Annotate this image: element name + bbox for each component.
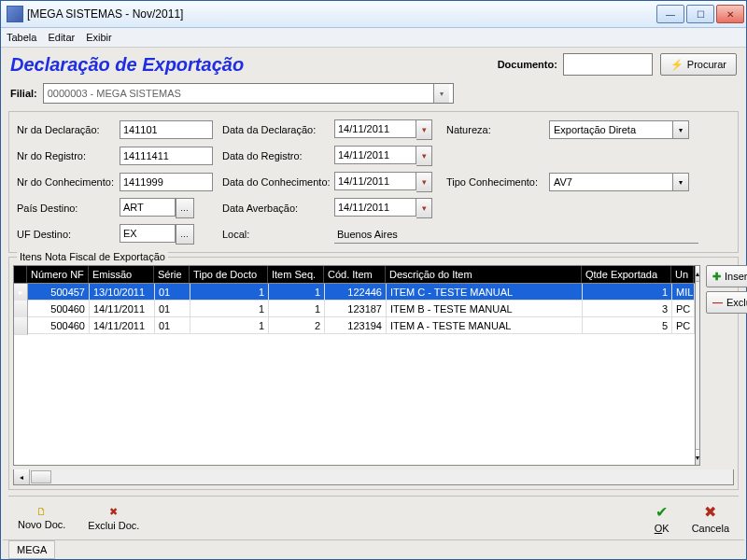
page-title: Declaração de Exportação [10,54,498,76]
pais-destino-label: País Destino: [17,203,120,214]
nr-conhecimento-label: Nr do Conhecimento: [17,176,120,188]
tipo-conhecimento-label: Tipo Conhecimento: [446,176,549,188]
nr-registro-input[interactable]: 14111411 [120,147,213,165]
local-input[interactable]: Buenos Aires [334,225,698,244]
scroll-up-icon[interactable]: ▴ [696,266,699,282]
col-cod-item[interactable]: Cód. Item [324,266,386,283]
lightning-icon: ⚡ [670,59,684,71]
check-icon: ✔ [655,503,668,521]
items-grid[interactable]: Número NF Emissão Série Tipo de Docto It… [13,265,696,466]
col-descricao[interactable]: Descrição do Item [386,266,582,283]
filial-label: Filial: [10,88,37,99]
col-un[interactable]: Un [671,266,694,283]
scrollbar-thumb[interactable] [31,470,51,483]
row-indicator [14,301,28,318]
exclui-doc-button[interactable]: ✖ Exclui Doc. [88,506,139,531]
col-tipo-docto[interactable]: Tipo de Docto [190,266,268,283]
main-window: [MEGA SISTEMAS - Nov/2011] — ☐ ✕ Tabela … [0,0,747,560]
data-registro-label: Data do Registro: [222,150,334,161]
table-row[interactable]: ▸50045713/10/20110111122446ITEM C - TEST… [14,284,695,301]
grid-group-label: Itens Nota Fiscal de Exportação [17,251,168,262]
data-declaracao-input[interactable]: 14/11/2011 [334,119,416,138]
pais-destino-input[interactable]: ART [120,198,176,217]
natureza-combo[interactable]: Exportação Direta▾ [549,120,689,139]
data-registro-input[interactable]: 14/11/2011 [334,146,416,164]
col-numero-nf[interactable]: Número NF [27,266,89,283]
grid-body[interactable]: ▸50045713/10/20110111122446ITEM C - TEST… [14,284,695,465]
documento-label: Documento: [498,59,557,70]
calendar-icon[interactable]: ▾ [416,119,432,140]
chevron-down-icon: ▾ [672,174,688,190]
scroll-down-icon[interactable]: ▾ [696,449,699,465]
menu-tabela[interactable]: Tabela [7,32,36,43]
calendar-icon[interactable]: ▾ [416,198,432,218]
excluir-button[interactable]: —Excluir [706,291,747,314]
natureza-label: Natureza: [446,124,549,135]
table-row[interactable]: 50046014/11/20110111123187ITEM B - TESTE… [14,301,695,317]
tipo-conhecimento-combo[interactable]: AV7▾ [549,173,689,191]
col-emissao[interactable]: Emissão [89,266,154,283]
x-icon: ✖ [704,503,716,521]
lookup-button[interactable]: … [176,224,194,245]
col-item-seq[interactable]: Item Seq. [268,266,324,283]
header-row: Declaração de Exportação Documento: ⚡ Pr… [3,48,744,81]
minus-icon: — [712,297,723,308]
close-button[interactable]: ✕ [716,5,744,23]
footer-toolbar: 🗋 Novo Doc. ✖ Exclui Doc. ✔ OK ✖ Cancela [8,496,739,539]
col-qtde-exportada[interactable]: Qtde Exportada [582,266,671,283]
cancela-button[interactable]: ✖ Cancela [692,503,729,534]
nr-declaracao-input[interactable]: 141101 [120,120,213,139]
grid-group: Itens Nota Fiscal de Exportação Número N… [8,257,739,490]
delete-doc-icon: ✖ [109,506,118,518]
data-conhecimento-label: Data do Conhecimento: [222,176,334,188]
table-row[interactable]: 50046014/11/20110112123194ITEM A - TESTE… [14,317,695,334]
novo-doc-button[interactable]: 🗋 Novo Doc. [18,506,65,530]
plus-icon: ✚ [712,271,721,283]
row-indicator [14,317,28,335]
chevron-down-icon: ▾ [672,121,688,138]
data-conhecimento-input[interactable]: 14/11/2011 [334,172,416,190]
nr-declaracao-label: Nr da Declaração: [17,124,120,135]
procurar-label: Procurar [687,59,726,70]
lookup-button[interactable]: … [176,198,194,218]
nr-conhecimento-input[interactable]: 1411999 [120,173,213,191]
calendar-icon[interactable]: ▾ [416,172,432,192]
window-title: [MEGA SISTEMAS - Nov/2011] [27,7,656,21]
uf-destino-input[interactable]: EX [120,224,176,243]
vertical-scrollbar[interactable]: ▴ ▾ [696,265,700,466]
horizontal-scrollbar[interactable]: ◂ [13,469,734,485]
data-declaracao-label: Data da Declaração: [222,124,334,135]
filial-row: Filial: 0000003 - MEGA SISTEMAS ▾ [3,81,744,109]
col-serie[interactable]: Série [154,266,190,283]
menu-editar[interactable]: Editar [48,32,75,43]
row-indicator: ▸ [14,284,28,301]
filial-combo[interactable]: 0000003 - MEGA SISTEMAS ▾ [43,83,454,104]
new-doc-icon: 🗋 [36,506,47,517]
data-averbacao-input[interactable]: 14/11/2011 [334,198,416,217]
scroll-left-icon[interactable]: ◂ [14,469,30,484]
chevron-down-icon: ▾ [433,84,449,103]
titlebar[interactable]: [MEGA SISTEMAS - Nov/2011] — ☐ ✕ [1,1,746,28]
inserir-button[interactable]: ✚Inserir [706,265,747,287]
menubar: Tabela Editar Exibir [1,28,746,48]
minimize-button[interactable]: — [656,5,684,23]
status-bar: MEGA [3,539,744,559]
local-label: Local: [222,229,334,240]
form-panel: Nr da Declaração: 141101 Data da Declara… [8,111,739,253]
app-icon [7,6,23,22]
grid-header: Número NF Emissão Série Tipo de Docto It… [14,266,695,284]
data-averbacao-label: Data Averbação: [222,203,334,214]
uf-destino-label: UF Destino: [17,229,120,240]
nr-registro-label: Nr do Registro: [17,150,120,161]
status-text: MEGA [8,540,55,559]
menu-exibir[interactable]: Exibir [86,32,112,43]
maximize-button[interactable]: ☐ [686,5,714,23]
filial-value: 0000003 - MEGA SISTEMAS [48,88,181,99]
procurar-button[interactable]: ⚡ Procurar [660,53,737,76]
ok-button[interactable]: ✔ OK [655,503,669,534]
calendar-icon[interactable]: ▾ [416,146,432,166]
documento-input[interactable] [563,53,653,76]
